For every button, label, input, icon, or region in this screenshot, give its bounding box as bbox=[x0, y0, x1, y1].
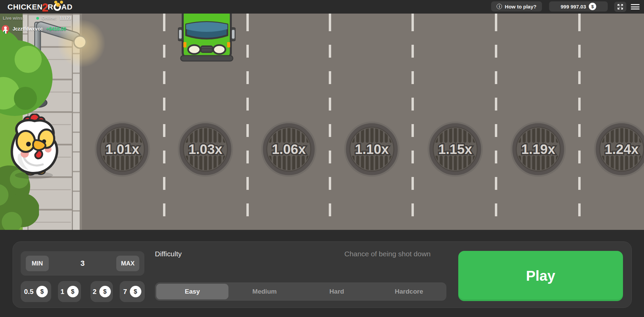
quick-bet-value: 0.5 bbox=[24, 288, 34, 296]
play-button[interactable]: Play bbox=[458, 251, 623, 301]
multiplier-value: 1.24x bbox=[605, 142, 639, 157]
chance-label: Chance of being shot down bbox=[344, 250, 431, 258]
multiplier-manhole[interactable]: 1.15x bbox=[427, 121, 483, 177]
chick-icon bbox=[54, 1, 63, 4]
live-wins-bar: Live wins: Online: 11123 bbox=[3, 16, 71, 21]
menu-button[interactable] bbox=[629, 2, 641, 12]
control-bar: 3 MIN MAX 0.5 $1 $2 $7 $ Difficulty Chan… bbox=[0, 230, 644, 317]
lane-divider bbox=[163, 14, 165, 230]
quick-bet-row: 0.5 $1 $2 $7 $ bbox=[21, 281, 145, 302]
manhole-icon: 1.15x bbox=[427, 121, 483, 177]
multiplier-manhole[interactable]: 1.19x bbox=[510, 121, 566, 177]
lane-divider bbox=[411, 14, 414, 230]
player-avatar bbox=[2, 25, 9, 33]
logo-text-r: R bbox=[48, 3, 53, 12]
multiplier-value: 1.01x bbox=[105, 142, 139, 157]
multiplier-manhole[interactable]: 1.03x bbox=[177, 121, 234, 177]
road: 1.01x 1.03x 1.06x 1.10x 1.15x bbox=[82, 14, 644, 230]
coin-icon: $ bbox=[589, 3, 596, 10]
manhole-icon: 1.24x bbox=[593, 121, 644, 177]
multiplier-value: 1.15x bbox=[438, 142, 472, 157]
live-win-entry: Jczztfdwxvcc +$410.00 bbox=[2, 25, 66, 33]
online-dot-icon bbox=[36, 17, 39, 20]
chicken-icon bbox=[6, 114, 62, 181]
coin-icon: $ bbox=[36, 286, 48, 297]
chicken-o-icon bbox=[54, 3, 61, 11]
manhole-icon: 1.03x bbox=[177, 121, 234, 177]
lane-divider bbox=[329, 14, 331, 230]
truck-icon bbox=[178, 14, 236, 62]
bet-amount-box: 3 MIN MAX bbox=[21, 251, 144, 276]
how-to-play-button[interactable]: i How to play? bbox=[491, 1, 542, 12]
lane-divider bbox=[246, 14, 249, 230]
balance-value: 999 997.03 bbox=[561, 4, 586, 9]
manhole-icon: 1.19x bbox=[510, 121, 566, 177]
tab-difficulty-hard[interactable]: Hard bbox=[301, 284, 373, 299]
coin-icon: $ bbox=[67, 286, 79, 297]
lane-divider bbox=[495, 14, 497, 230]
fullscreen-icon bbox=[617, 3, 624, 10]
app-window: CHICKEN 2 R AD i How to play? 999 997.03… bbox=[0, 0, 644, 317]
coin-icon: $ bbox=[99, 286, 111, 297]
logo-text-chicken: CHICKEN bbox=[7, 3, 43, 12]
online-count: 11123 bbox=[60, 16, 72, 21]
min-bet-button[interactable]: MIN bbox=[26, 256, 49, 271]
tab-difficulty-hardcore[interactable]: Hardcore bbox=[373, 284, 445, 299]
quick-bet-button-2[interactable]: 2 $ bbox=[90, 281, 113, 302]
online-label: Online: bbox=[42, 16, 57, 21]
hamburger-icon bbox=[631, 4, 640, 9]
quick-bet-value: 2 bbox=[93, 288, 96, 296]
live-wins-label: Live wins: bbox=[3, 16, 24, 21]
logo-text-ad: AD bbox=[61, 3, 73, 12]
player-win-amount: +$410.00 bbox=[46, 26, 66, 32]
multiplier-value: 1.10x bbox=[355, 142, 389, 157]
fullscreen-button[interactable] bbox=[614, 2, 626, 12]
quick-bet-value: 7 bbox=[123, 288, 127, 296]
balance-display: 999 997.03 $ bbox=[549, 1, 608, 12]
multiplier-manhole[interactable]: 1.24x bbox=[593, 121, 644, 177]
logo: CHICKEN 2 R AD bbox=[7, 1, 73, 13]
top-bar: CHICKEN 2 R AD i How to play? 999 997.03… bbox=[0, 0, 644, 14]
manhole-icon: 1.10x bbox=[344, 121, 400, 177]
quick-bet-button-0.5[interactable]: 0.5 $ bbox=[21, 281, 51, 302]
manhole-icon: 1.06x bbox=[261, 121, 317, 177]
quick-bet-button-1[interactable]: 1 $ bbox=[58, 281, 81, 302]
quick-bet-button-7[interactable]: 7 $ bbox=[120, 281, 145, 302]
difficulty-tabs: EasyMediumHardHardcore bbox=[155, 282, 446, 301]
tab-difficulty-easy[interactable]: Easy bbox=[156, 284, 228, 299]
multiplier-value: 1.19x bbox=[521, 142, 555, 157]
multiplier-manhole[interactable]: 1.10x bbox=[344, 121, 400, 177]
multiplier-value: 1.06x bbox=[272, 142, 306, 157]
max-bet-button[interactable]: MAX bbox=[116, 256, 139, 271]
manhole-icon: 1.01x bbox=[94, 121, 150, 177]
game-area: 1.01x 1.03x 1.06x 1.10x 1.15x bbox=[0, 14, 644, 230]
difficulty-label: Difficulty bbox=[155, 250, 182, 258]
multiplier-manhole[interactable]: 1.01x bbox=[94, 121, 150, 177]
how-to-play-label: How to play? bbox=[505, 4, 536, 9]
multiplier-manhole[interactable]: 1.06x bbox=[261, 121, 317, 177]
quick-bet-value: 1 bbox=[60, 288, 64, 296]
lane-divider bbox=[578, 14, 581, 230]
multiplier-value: 1.03x bbox=[188, 142, 222, 157]
italy-flag-icon bbox=[4, 31, 8, 34]
player-name: Jczztfdwxvcc bbox=[13, 26, 43, 32]
info-icon: i bbox=[497, 4, 502, 9]
coin-icon: $ bbox=[130, 286, 141, 297]
tab-difficulty-medium[interactable]: Medium bbox=[228, 284, 301, 299]
control-panel: 3 MIN MAX 0.5 $1 $2 $7 $ Difficulty Chan… bbox=[13, 241, 632, 308]
